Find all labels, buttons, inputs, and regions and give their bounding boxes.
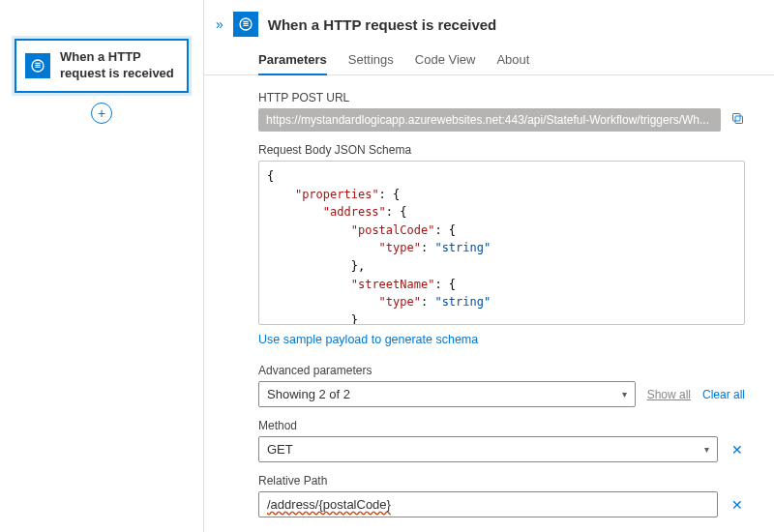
tab-bar: Parameters Settings Code View About xyxy=(204,43,774,75)
relative-path-value: /address/{postalCode} xyxy=(267,497,391,512)
show-all-link[interactable]: Show all xyxy=(647,388,691,401)
http-trigger-icon xyxy=(233,12,258,37)
schema-editor[interactable]: { "properties": { "address": { "postalCo… xyxy=(258,161,745,325)
relative-path-label: Relative Path xyxy=(258,474,745,488)
clear-all-link[interactable]: Clear all xyxy=(702,388,745,401)
relative-path-input[interactable]: /address/{postalCode} xyxy=(258,491,718,517)
tab-parameters[interactable]: Parameters xyxy=(258,46,327,74)
trigger-card-title: When a HTTP request is received xyxy=(60,49,178,82)
tab-code-view[interactable]: Code View xyxy=(415,46,476,74)
tab-about[interactable]: About xyxy=(496,46,529,74)
panel-title: When a HTTP request is received xyxy=(268,16,496,33)
method-value: GET xyxy=(267,442,293,457)
remove-method-button[interactable]: ✕ xyxy=(729,442,745,458)
trigger-card[interactable]: When a HTTP request is received xyxy=(15,39,189,93)
advanced-params-select[interactable]: Showing 2 of 2 ▾ xyxy=(258,381,636,407)
schema-label: Request Body JSON Schema xyxy=(258,143,745,157)
svg-rect-0 xyxy=(735,116,743,124)
http-post-url-value[interactable]: https://mystandardlogicapp.azurewebsites… xyxy=(258,108,721,132)
tab-settings[interactable]: Settings xyxy=(348,46,394,74)
http-post-url-label: HTTP POST URL xyxy=(258,91,745,104)
svg-rect-1 xyxy=(733,114,741,122)
http-trigger-icon xyxy=(25,53,50,78)
advanced-params-value: Showing 2 of 2 xyxy=(267,387,350,401)
method-label: Method xyxy=(258,419,745,432)
advanced-params-label: Advanced parameters xyxy=(258,364,745,377)
add-step-button[interactable]: + xyxy=(91,103,112,124)
remove-relative-path-button[interactable]: ✕ xyxy=(729,497,745,513)
collapse-panel-icon[interactable]: » xyxy=(216,16,223,32)
method-select[interactable]: GET ▾ xyxy=(258,436,718,462)
use-sample-payload-link[interactable]: Use sample payload to generate schema xyxy=(258,333,478,346)
chevron-down-icon: ▾ xyxy=(704,444,709,455)
chevron-down-icon: ▾ xyxy=(622,389,627,399)
copy-icon[interactable] xyxy=(730,111,745,129)
